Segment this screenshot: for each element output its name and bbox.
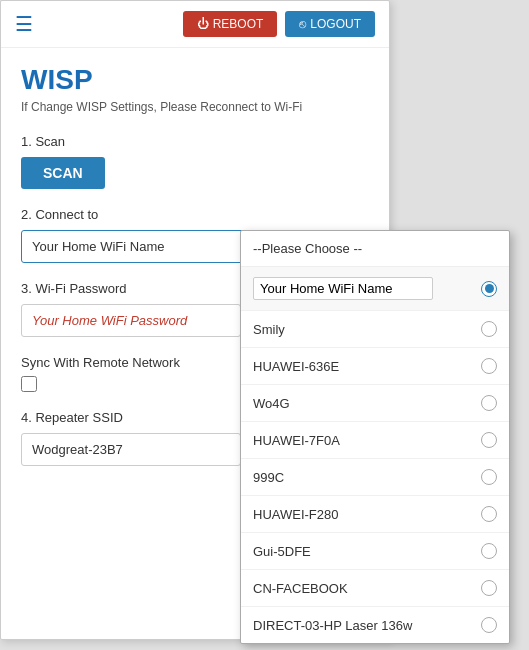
password-input[interactable] — [21, 304, 241, 337]
wifi-name-edit-input[interactable] — [253, 277, 433, 300]
reboot-button[interactable]: ⏻ REBOOT — [183, 11, 278, 37]
wifi-item-label: HUAWEI-F280 — [253, 507, 338, 522]
page-subtitle: If Change WISP Settings, Please Reconnec… — [21, 100, 369, 114]
scan-button[interactable]: SCAN — [21, 157, 105, 189]
radio-icon[interactable] — [481, 617, 497, 633]
header-buttons: ⏻ REBOOT ⎋ LOGOUT — [183, 11, 375, 37]
dropdown-item[interactable]: Gui-5DFE — [241, 533, 509, 570]
dropdown-item[interactable]: CN-FACEBOOK — [241, 570, 509, 607]
dropdown-item[interactable]: DIRECT-03-HP Laser 136w — [241, 607, 509, 643]
wifi-item-label: HUAWEI-7F0A — [253, 433, 340, 448]
dropdown-item[interactable]: HUAWEI-F280 — [241, 496, 509, 533]
radio-icon[interactable] — [481, 321, 497, 337]
ssid-input[interactable] — [21, 433, 241, 466]
radio-icon[interactable] — [481, 543, 497, 559]
dropdown-item[interactable]: Wo4G — [241, 385, 509, 422]
wifi-item-label: Wo4G — [253, 396, 290, 411]
connect-label: 2. Connect to — [21, 207, 369, 222]
wifi-item-label: Gui-5DFE — [253, 544, 311, 559]
wifi-item-label: HUAWEI-636E — [253, 359, 339, 374]
sync-checkbox[interactable] — [21, 376, 37, 392]
dropdown-header: --Please Choose -- — [241, 231, 509, 267]
wifi-item-label: Smily — [253, 322, 285, 337]
radio-icon[interactable] — [481, 395, 497, 411]
radio-icon[interactable] — [481, 358, 497, 374]
page-title: WISP — [21, 64, 369, 96]
dropdown-item[interactable] — [241, 267, 509, 311]
logout-label: LOGOUT — [310, 17, 361, 31]
wifi-item-label: 999C — [253, 470, 284, 485]
dropdown-panel: --Please Choose -- Smily HUAWEI-636E Wo4… — [240, 230, 510, 644]
dropdown-item[interactable]: 999C — [241, 459, 509, 496]
wifi-item-label: DIRECT-03-HP Laser 136w — [253, 618, 412, 633]
header: ☰ ⏻ REBOOT ⎋ LOGOUT — [1, 1, 389, 48]
reboot-label: REBOOT — [213, 17, 264, 31]
dropdown-item[interactable]: HUAWEI-636E — [241, 348, 509, 385]
radio-icon[interactable] — [481, 506, 497, 522]
radio-selected-icon[interactable] — [481, 281, 497, 297]
hamburger-icon[interactable]: ☰ — [15, 12, 33, 36]
wifi-item-label: CN-FACEBOOK — [253, 581, 348, 596]
scan-section: 1. Scan SCAN — [21, 134, 369, 189]
scan-label: 1. Scan — [21, 134, 369, 149]
dropdown-item[interactable]: HUAWEI-7F0A — [241, 422, 509, 459]
radio-icon[interactable] — [481, 469, 497, 485]
radio-icon[interactable] — [481, 432, 497, 448]
power-icon: ⏻ — [197, 17, 209, 31]
logout-button[interactable]: ⎋ LOGOUT — [285, 11, 375, 37]
radio-icon[interactable] — [481, 580, 497, 596]
logout-icon: ⎋ — [299, 17, 306, 31]
dropdown-item[interactable]: Smily — [241, 311, 509, 348]
